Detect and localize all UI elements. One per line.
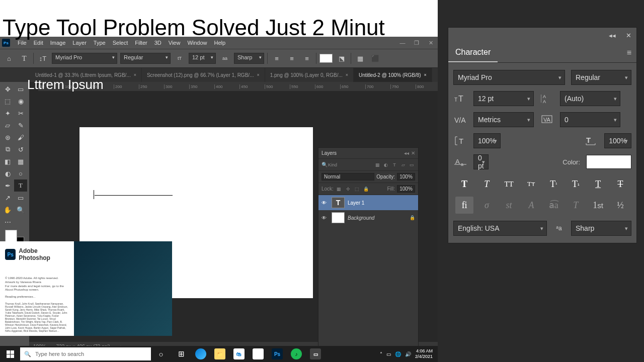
taskbar-spotify[interactable]: ♪ xyxy=(287,347,306,361)
minimize-button[interactable]: — xyxy=(397,40,408,46)
lock-pos-icon[interactable]: ✢ xyxy=(345,186,352,193)
close-icon[interactable]: × xyxy=(424,72,427,77)
path-tool[interactable]: ↗ xyxy=(1,192,14,204)
character-tab[interactable]: Character xyxy=(448,43,498,62)
taskbar-store[interactable]: 🛍 xyxy=(229,347,249,361)
frame-tool[interactable]: ▱ xyxy=(1,119,14,131)
discretionary-button[interactable]: st xyxy=(500,197,518,214)
kerning-select[interactable]: Metrics xyxy=(473,112,534,127)
type-tool[interactable]: T xyxy=(14,179,27,192)
filter-type-icon[interactable]: T xyxy=(391,161,398,168)
menu-help[interactable]: Help xyxy=(211,40,229,46)
zoom-tool[interactable]: 🔍 xyxy=(14,204,27,216)
align-left-icon[interactable]: ≡ xyxy=(271,52,283,64)
home-icon[interactable]: ⌂ xyxy=(3,52,15,64)
menu-3d[interactable]: 3D xyxy=(151,40,165,46)
filter-shape-icon[interactable]: ▱ xyxy=(399,161,407,168)
opacity-input[interactable]: 100% xyxy=(397,173,415,180)
strikethrough-button[interactable]: T xyxy=(611,176,629,192)
blend-mode-select[interactable]: Normal xyxy=(321,173,374,180)
layer-name[interactable]: Background xyxy=(348,215,374,221)
doc-tab-2[interactable]: Screenshot (12).png @ 66.7% (Layer 1, RG… xyxy=(142,68,265,82)
smallcaps-button[interactable]: Tᴛ xyxy=(522,176,540,192)
artboard-tool[interactable]: ▭ xyxy=(14,83,27,95)
visibility-icon[interactable]: 👁 xyxy=(321,215,329,221)
collapse-icon[interactable]: ◂◂ xyxy=(404,150,409,156)
taskbar-edge[interactable] xyxy=(191,347,210,361)
menu-filter[interactable]: Filter xyxy=(131,40,150,46)
crop-tool[interactable]: ✂ xyxy=(14,107,27,119)
menu-image[interactable]: Image xyxy=(47,40,69,46)
close-icon[interactable]: × xyxy=(257,72,259,77)
italic-button[interactable]: T xyxy=(477,176,496,192)
close-icon[interactable]: ✕ xyxy=(626,32,631,39)
layer-item[interactable]: 👁 Background 🔒 xyxy=(318,210,418,225)
antialiasing-select[interactable]: Sharp xyxy=(571,221,631,236)
start-button[interactable] xyxy=(0,346,20,362)
font-family-select[interactable]: Myriad Pro xyxy=(453,70,565,85)
close-icon[interactable]: × xyxy=(134,72,136,77)
pen-tool[interactable]: ✒ xyxy=(1,179,14,192)
move-tool[interactable]: ✥ xyxy=(1,83,14,95)
blur-tool[interactable]: ◐ xyxy=(1,167,14,179)
taskbar-photoshop[interactable]: Ps xyxy=(268,347,287,361)
eraser-tool[interactable]: ◧ xyxy=(1,155,14,167)
tray-volume-icon[interactable]: 🔊 xyxy=(405,351,411,357)
warp-text-icon[interactable]: ⬔ xyxy=(336,52,348,64)
menu-type[interactable]: Type xyxy=(90,40,109,46)
tray-clock[interactable]: 4:06 AM2/4/2021 xyxy=(415,348,433,359)
titling-button[interactable]: T xyxy=(567,197,585,214)
subscript-button[interactable]: T₁ xyxy=(567,176,585,192)
menu-select[interactable]: Select xyxy=(109,40,132,46)
menu-layer[interactable]: Layer xyxy=(69,40,90,46)
text-color-swatch[interactable] xyxy=(319,54,333,63)
visibility-icon[interactable]: 👁 xyxy=(321,200,329,206)
taskview-icon[interactable]: ⊞ xyxy=(171,349,191,358)
align-right-icon[interactable]: ≡ xyxy=(301,52,313,64)
lock-icon[interactable]: 🔒 xyxy=(363,186,370,193)
language-select[interactable]: English: USA xyxy=(453,221,547,236)
vscale-input[interactable]: 100% xyxy=(473,133,501,148)
fractions-button[interactable]: ½ xyxy=(611,197,629,214)
font-style-select[interactable]: Regular xyxy=(571,70,631,85)
heal-tool[interactable]: ⊛ xyxy=(1,131,14,143)
fill-input[interactable]: 100% xyxy=(397,185,415,193)
wand-tool[interactable]: ✦ xyxy=(1,107,14,119)
tray-input-icon[interactable]: ▭ xyxy=(386,351,391,357)
eyedropper-tool[interactable]: ✎ xyxy=(14,119,27,131)
menu-view[interactable]: View xyxy=(165,40,184,46)
leading-select[interactable]: (Auto) xyxy=(560,91,620,106)
antialiasing-select[interactable]: Sharp xyxy=(234,53,264,64)
tray-network-icon[interactable]: 🌐 xyxy=(395,351,401,357)
close-icon[interactable]: ✕ xyxy=(411,150,415,156)
stylistic-alt-button[interactable]: a͡a xyxy=(544,197,562,214)
taskbar-app2[interactable]: ▭ xyxy=(306,347,325,361)
filter-kind-icon[interactable]: 🔍 xyxy=(321,162,328,167)
menu-edit[interactable]: Edit xyxy=(30,40,47,46)
hscale-input[interactable]: 100% xyxy=(604,133,631,148)
filter-pixel-icon[interactable]: ▦ xyxy=(374,161,381,168)
edit-toolbar[interactable]: ⋯ xyxy=(1,216,14,228)
swash-button[interactable]: A xyxy=(522,197,540,214)
doc-tab-3[interactable]: 1.png @ 100% (Layer 0, RGB/...× xyxy=(265,68,354,82)
cortana-icon[interactable]: ○ xyxy=(151,350,171,358)
hand-tool[interactable]: ✋ xyxy=(1,204,14,216)
menu-file[interactable]: File xyxy=(14,40,30,46)
history-brush-tool[interactable]: ↺ xyxy=(14,143,27,155)
orientation-icon[interactable]: ↕T xyxy=(37,52,49,64)
lock-pixels-icon[interactable]: ⬚ xyxy=(354,186,361,193)
dodge-tool[interactable]: ○ xyxy=(14,167,27,179)
shape-tool[interactable]: ▭ xyxy=(14,192,27,204)
align-center-icon[interactable]: ≡ xyxy=(286,52,298,64)
doc-tab-4[interactable]: Untitled-2 @ 100% (RGB/8)× xyxy=(354,68,432,82)
3d-icon[interactable]: ⬛ xyxy=(369,52,381,64)
contextual-alt-button[interactable]: σ xyxy=(477,197,496,214)
maximize-button[interactable]: ❐ xyxy=(412,40,422,46)
font-size-select[interactable]: 12 pt xyxy=(189,53,216,64)
filter-smart-icon[interactable]: ▭ xyxy=(408,161,415,168)
layer-item[interactable]: 👁 T Layer 1 xyxy=(318,195,418,210)
bold-button[interactable]: T xyxy=(455,176,473,192)
tray-overflow-icon[interactable]: ˄ xyxy=(380,351,382,357)
font-style-select[interactable]: Regular xyxy=(120,53,171,64)
brush-tool[interactable]: 🖌 xyxy=(14,131,27,143)
